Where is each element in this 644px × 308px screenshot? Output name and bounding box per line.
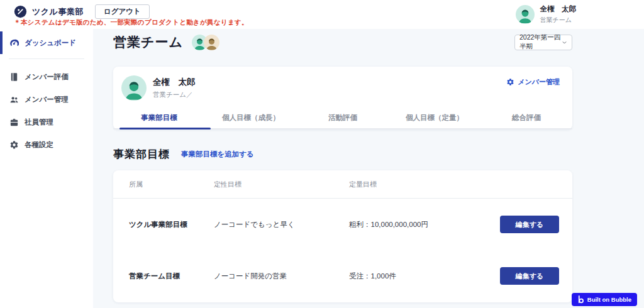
tab-personal-quantitative[interactable]: 個人目標（定量） (389, 107, 480, 129)
cell-affiliation: 営業チーム目標 (129, 272, 214, 281)
goals-section-head: 事業部目標 事業部目標を追加する (113, 146, 572, 162)
sidebar-item-member-evaluation[interactable]: メンバー評価 (0, 65, 93, 88)
sidebar-item-label: 社員管理 (25, 118, 53, 127)
dashboard-icon (9, 38, 19, 48)
sidebar-item-settings[interactable]: 各種設定 (0, 133, 93, 156)
sidebar-item-employee-management[interactable]: 社員管理 (0, 111, 93, 133)
col-header-qualitative: 定性目標 (214, 180, 349, 189)
goals-section-title: 事業部目標 (113, 147, 170, 162)
sidebar-item-label: メンバー評価 (25, 72, 69, 82)
user-avatar (516, 5, 535, 24)
user-meta: 全権 太郎 営業チーム (540, 4, 577, 25)
member-manage-label: メンバー管理 (518, 77, 560, 87)
page-head: 営業チーム 2022年第一四半期 (113, 33, 572, 52)
gear-icon (506, 78, 514, 86)
tab-bar: 事業部目標 個人目標（成長） 活動評価 個人目標（定量） 総合評価 (113, 107, 572, 129)
period-select-value: 2022年第一四半期 (519, 33, 562, 51)
sidebar-item-dashboard[interactable]: ダッシュボード (0, 31, 93, 54)
bubble-badge[interactable]: Built on Bubble (572, 293, 637, 306)
cell-affiliation: ツクル事業部目標 (129, 220, 214, 229)
sidebar-item-label: 各種設定 (25, 140, 53, 150)
chevron-down-icon (562, 40, 567, 45)
person-icon (204, 36, 219, 50)
period-select[interactable]: 2022年第一四半期 (514, 35, 572, 50)
member-manage-link[interactable]: メンバー管理 (506, 77, 560, 87)
brand-row: ツクル事業部 ログアウト (14, 4, 150, 19)
logout-button[interactable]: ログアウト (95, 4, 150, 19)
cell-quantitative: 受注：1,000件 (349, 272, 500, 281)
sidebar-item-label: ダッシュボード (25, 38, 76, 48)
tab-overall-evaluation[interactable]: 総合評価 (480, 107, 572, 129)
user-name: 全権 太郎 (540, 4, 577, 14)
profile-team: 営業チーム／ (153, 91, 196, 99)
profile-name: 全権 太郎 (153, 77, 196, 88)
add-goal-link[interactable]: 事業部目標を追加する (181, 150, 254, 159)
bubble-badge-label: Built on Bubble (587, 296, 631, 303)
cell-qualitative: ノーコード開発の営業 (214, 272, 349, 281)
table-header-row: 所属 定性目標 定量目標 (113, 170, 572, 199)
edit-button[interactable]: 編集する (500, 216, 559, 233)
col-header-affiliation: 所属 (129, 180, 214, 189)
goals-table: 所属 定性目標 定量目標 ツクル事業部目標 ノーコードでもっと早く 粗利：10,… (113, 170, 572, 302)
person-icon (121, 77, 147, 101)
briefcase-icon (9, 118, 19, 127)
gear-icon (9, 140, 19, 150)
member-avatar-brown (204, 35, 219, 50)
edit-button[interactable]: 編集する (500, 267, 559, 285)
app-window: ツクル事業部 ログアウト ＊本システムはデモ版のため、一部実際のプロダクトと動き… (0, 0, 644, 308)
tab-activity-evaluation[interactable]: 活動評価 (297, 107, 389, 129)
bubble-logo-icon (577, 295, 584, 304)
sidebar-item-member-management[interactable]: メンバー管理 (0, 88, 93, 111)
profile-user: 全権 太郎 営業チーム／ (121, 75, 196, 101)
table-row: ツクル事業部目標 ノーコードでもっと早く 粗利：10,000,000,000円 … (113, 199, 572, 250)
brand-name: ツクル事業部 (32, 6, 84, 18)
page-title: 営業チーム (113, 33, 183, 51)
top-header: ツクル事業部 ログアウト ＊本システムはデモ版のため、一部実際のプロダクトと動き… (0, 0, 644, 29)
demo-warning: ＊本システムはデモ版のため、一部実際のプロダクトと動きが異なります。 (14, 18, 248, 27)
cell-quantitative: 粗利：10,000,000,000円 (349, 220, 500, 229)
users-icon (9, 95, 19, 104)
profile-avatar (121, 75, 147, 101)
cell-qualitative: ノーコードでもっと早く (214, 220, 349, 229)
sidebar-divider (9, 58, 84, 59)
sidebar-item-label: メンバー管理 (25, 95, 69, 104)
header-user: 全権 太郎 営業チーム (516, 4, 577, 25)
profile-card: 全権 太郎 営業チーム／ メンバー管理 事業部目標 個人目標（成長） 活動評価 … (113, 67, 572, 129)
table-row: 営業チーム目標 ノーコード開発の営業 受注：1,000件 編集する (113, 250, 572, 302)
main-content: 営業チーム 2022年第一四半期 全権 (93, 29, 644, 308)
team-avatars (192, 35, 219, 50)
tab-personal-growth[interactable]: 個人目標（成長） (205, 107, 297, 129)
person-icon (516, 6, 535, 24)
tab-division-goals[interactable]: 事業部目標 (113, 107, 205, 129)
user-team: 営業チーム (540, 16, 577, 25)
brand-logo-icon (14, 5, 27, 18)
profile-meta: 全権 太郎 営業チーム／ (153, 77, 196, 99)
col-header-quantitative: 定量目標 (349, 180, 500, 189)
book-icon (9, 72, 19, 82)
tab-active-indicator (119, 128, 211, 129)
sidebar: ダッシュボード メンバー評価 メンバー管理 社員管理 各種設定 (0, 29, 93, 308)
